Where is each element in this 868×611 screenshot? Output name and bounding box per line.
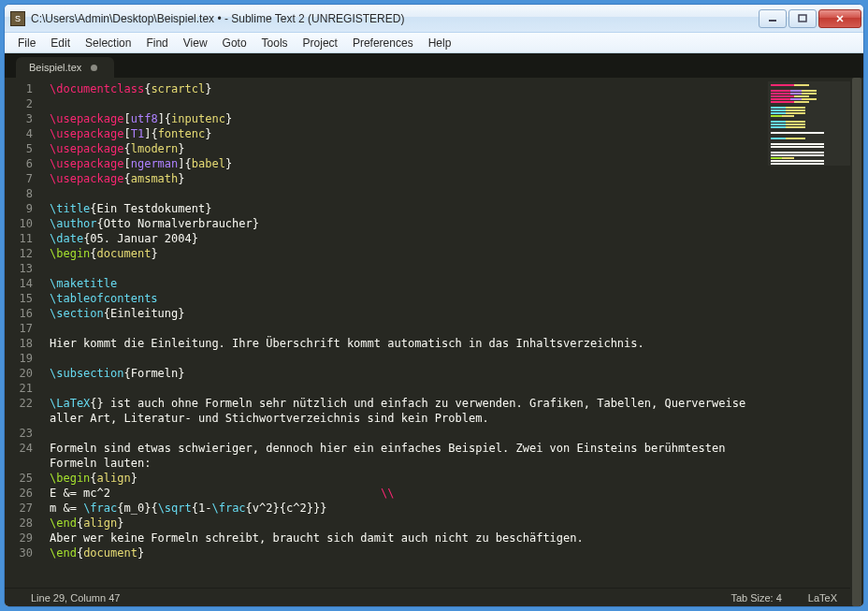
code-line: \section{Einleitung} [42,306,863,321]
editor-area: Beispiel.tex 123456789101112131415161718… [5,53,863,606]
maximize-button[interactable] [788,9,817,28]
menu-help[interactable]: Help [421,35,459,51]
code-line: \subsection{Formeln} [42,366,863,381]
menu-preferences[interactable]: Preferences [345,35,421,51]
code-container: 1234567891011121314151617181920212223242… [5,78,863,588]
code-line: \title{Ein Testdokument} [42,201,863,216]
code-line: \maketitle [42,276,863,291]
line-number-gutter: 1234567891011121314151617181920212223242… [5,78,42,588]
menu-project[interactable]: Project [296,35,345,51]
code-line: \begin{document} [42,246,863,261]
window-controls [759,9,861,28]
code-line [42,321,863,336]
vertical-scrollbar[interactable] [850,78,863,606]
code-line: Aber wer keine Formeln schreibt, braucht… [42,531,863,546]
code-line [42,351,863,366]
menu-file[interactable]: File [10,35,43,51]
menu-find[interactable]: Find [138,35,175,51]
tab-bar: Beispiel.tex [5,53,863,78]
status-tabsize[interactable]: Tab Size: 4 [717,592,794,604]
svg-rect-1 [799,15,806,22]
app-icon: S [10,11,25,26]
dirty-indicator-icon [91,65,97,71]
code-line: \end{document} [42,546,863,560]
status-syntax[interactable]: LaTeX [795,592,850,604]
menu-edit[interactable]: Edit [43,35,78,51]
minimap[interactable] [768,81,850,166]
code-line [42,261,863,276]
menubar: File Edit Selection Find View Goto Tools… [5,33,863,53]
code-line [42,186,863,201]
code-line [42,381,863,396]
svg-rect-0 [769,20,776,22]
close-button[interactable] [818,9,861,28]
menu-selection[interactable]: Selection [78,35,138,51]
status-position[interactable]: Line 29, Column 47 [18,592,133,604]
code-line: \usepackage{lmodern} [42,141,863,156]
code-line [42,426,863,441]
code-line: \author{Otto Normalverbraucher} [42,216,863,231]
menu-tools[interactable]: Tools [254,35,296,51]
code-line [42,96,863,111]
code-line: m &= \frac{m_0}{\sqrt{1-\frac{v^2}{c^2}}… [42,501,863,516]
code-line: aller Art, Literatur- und Stichwortverze… [42,411,863,426]
code-line: \tableofcontents [42,291,863,306]
code-line: \usepackage[ngerman]{babel} [42,156,863,171]
tab-beispiel[interactable]: Beispiel.tex [16,57,114,78]
code-text-area[interactable]: \documentclass{scrartcl}\usepackage[utf8… [42,78,863,588]
tab-label: Beispiel.tex [29,62,81,73]
code-line: \begin{align} [42,471,863,486]
window-title: C:\Users\Admin\Desktop\Beispiel.tex • - … [31,12,759,25]
code-line: \documentclass{scrartcl} [42,81,863,96]
menu-view[interactable]: View [176,35,215,51]
menu-goto[interactable]: Goto [215,35,254,51]
code-line: \date{05. Januar 2004} [42,231,863,246]
code-line: E &= mc^2 \\ [42,486,863,501]
status-bar: Line 29, Column 47 Tab Size: 4 LaTeX [5,588,863,606]
minimize-button[interactable] [759,9,787,28]
code-line: \LaTeX{} ist auch ohne Formeln sehr nütz… [42,396,863,411]
app-window: S C:\Users\Admin\Desktop\Beispiel.tex • … [4,4,864,607]
code-line: Hier kommt die Einleitung. Ihre Überschr… [42,336,863,351]
code-line: \end{align} [42,516,863,531]
scrollbar-thumb[interactable] [852,78,861,606]
titlebar[interactable]: S C:\Users\Admin\Desktop\Beispiel.tex • … [5,5,863,33]
code-line: Formeln sind etwas schwieriger, dennoch … [42,441,863,456]
code-line: \usepackage[T1]{fontenc} [42,126,863,141]
code-line: \usepackage{amsmath} [42,171,863,186]
code-line: Formeln lauten: [42,456,863,471]
code-line: \usepackage[utf8]{inputenc} [42,111,863,126]
